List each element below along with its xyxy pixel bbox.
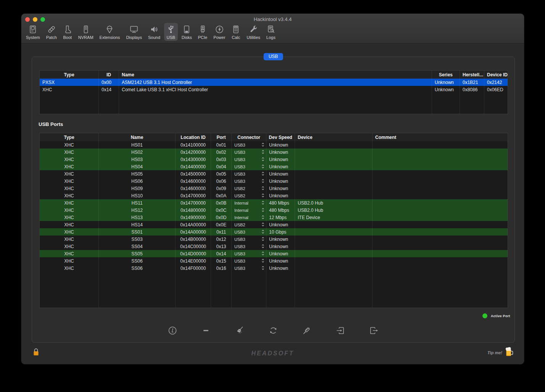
clean-button[interactable] — [232, 323, 247, 338]
cell-name: HS02 — [99, 148, 176, 156]
usb-port-row[interactable]: XHCHS110x147000000x0BInternal480 MbpsUSB… — [40, 199, 508, 206]
toolbar-item-nvram[interactable]: NVRAM — [76, 23, 96, 41]
usb-port-row[interactable]: XHCHS050x145000000x05USB3Unknown — [40, 170, 508, 177]
up-down-chevron-icon — [261, 171, 264, 176]
usb-icon — [166, 24, 176, 35]
export-button[interactable] — [366, 323, 382, 338]
inject-button[interactable] — [299, 323, 314, 338]
cell-comment — [372, 250, 508, 257]
up-down-chevron-icon — [261, 164, 264, 169]
cell-location-id: 0x14F00000 — [176, 265, 211, 272]
column-header-port[interactable]: Port — [211, 133, 232, 141]
usb-port-row[interactable]: XHCHS140x14A000000x0EUSB2Unknown — [40, 221, 508, 228]
cell-dev-speed: Unknown — [266, 221, 295, 228]
toolbar-item-system[interactable]: System — [24, 23, 42, 41]
usb-port-row[interactable]: XHCSS060x14F000000x16USB3Unknown — [40, 265, 508, 272]
remove-button[interactable] — [198, 323, 214, 338]
toolbar-item-extensions[interactable]: Extensions — [97, 23, 123, 41]
usb-ports-section-title: USB Ports — [39, 121, 63, 127]
connector-select[interactable]: USB3 — [234, 258, 264, 264]
toolbar-item-sound[interactable]: Sound — [146, 23, 163, 41]
column-header-name[interactable]: Name — [99, 133, 176, 141]
connector-select[interactable]: Internal — [234, 200, 264, 206]
controller-row[interactable]: PXSX0x00ASM2142 USB 3.1 Host ControllerU… — [40, 79, 508, 86]
column-header-type[interactable]: Type — [40, 71, 99, 79]
usb-port-row[interactable]: XHCHS130x149000000x0DInternal12 MbpsITE … — [40, 214, 508, 221]
column-header-connector[interactable]: Connector — [232, 133, 266, 141]
cell-device: ITE Device — [295, 214, 372, 221]
usb-port-row[interactable]: XHCHS060x146000000x06USB3Unknown — [40, 177, 508, 185]
connector-select[interactable]: USB3 — [234, 157, 264, 162]
controllers-table-header: Type ID Name Series Herstell... Device I… — [40, 71, 508, 79]
cell-location-id: 0x14200000 — [176, 148, 211, 156]
cell-name: SS03 — [99, 236, 176, 243]
connector-select[interactable]: USB3 — [234, 171, 264, 177]
toolbar-item-displays[interactable]: Displays — [124, 23, 144, 41]
connector-select[interactable]: USB2 — [234, 186, 264, 191]
column-header-comment[interactable]: Comment — [372, 133, 508, 141]
usb-port-row[interactable]: XHCSS030x14B000000x12USB3Unknown — [40, 236, 508, 243]
toolbar-item-usb[interactable]: USB — [164, 23, 178, 41]
toolbar-item-pcie[interactable]: PCIe — [196, 23, 210, 41]
usb-port-row[interactable]: XHCHS010x141000000x01USB3Unknown — [40, 141, 508, 148]
toolbar-item-disks[interactable]: Disks — [179, 23, 194, 41]
connector-select[interactable]: Internal — [234, 215, 264, 220]
usb-port-row[interactable]: XHCHS040x144000000x04USB3Unknown — [40, 163, 508, 170]
cell-port: 0x0B — [211, 199, 232, 206]
bandage-icon — [47, 24, 56, 35]
column-header-type[interactable]: Type — [40, 133, 99, 141]
tab-usb[interactable]: USB — [264, 53, 283, 60]
column-header-location-id[interactable]: Location ID — [176, 133, 211, 141]
column-header-id[interactable]: ID — [99, 71, 119, 79]
up-down-chevron-icon — [261, 222, 264, 227]
toolbar-item-utilities[interactable]: Utilities — [244, 23, 262, 41]
column-header-dev-speed[interactable]: Dev Speed — [266, 133, 295, 141]
connector-select[interactable]: USB3 — [234, 251, 264, 256]
connector-select[interactable]: USB3 — [234, 142, 264, 148]
connector-select[interactable]: USB3 — [234, 150, 264, 155]
connector-select[interactable]: USB2 — [234, 193, 264, 198]
import-button[interactable] — [333, 323, 348, 338]
cell-connector: USB3 — [232, 156, 266, 163]
column-header-name[interactable]: Name — [119, 71, 432, 79]
connector-select[interactable]: USB3 — [234, 244, 264, 249]
cell-device — [295, 243, 372, 250]
usb-port-row[interactable]: XHCHS120x148000000x0CInternal480 MbpsUSB… — [40, 206, 508, 214]
connector-select[interactable]: USB3 — [234, 164, 264, 169]
column-header-device[interactable]: Device — [295, 133, 372, 141]
cell-connector: USB3 — [232, 236, 266, 243]
import-icon — [335, 325, 346, 336]
usb-port-row[interactable]: XHCSS050x14D000000x14USB3Unknown — [40, 250, 508, 257]
usb-port-row[interactable]: XHCHS090x146000000x09USB2Unknown — [40, 185, 508, 192]
refresh-button[interactable] — [266, 323, 281, 338]
toolbar-item-patch[interactable]: Patch — [44, 23, 59, 41]
cell-dev-speed: Unknown — [266, 243, 295, 250]
usb-port-row[interactable]: XHCSS040x14C000000x13USB3Unknown — [40, 243, 508, 250]
usb-port-row[interactable]: XHCHS020x142000000x02USB3Unknown — [40, 148, 508, 156]
main-toolbar: System Patch Boot NVRAM Extensions Displ… — [24, 23, 278, 44]
usb-port-row[interactable]: XHCHS030x143000000x03USB3Unknown — [40, 156, 508, 163]
usb-port-row[interactable]: XHCSS060x14E000000x15USB3Unknown — [40, 257, 508, 265]
usb-port-row[interactable]: XHCHS100x147000000x0AUSB2Unknown — [40, 192, 508, 199]
cell-location-id: 0x14500000 — [176, 170, 211, 177]
connector-select[interactable]: USB3 — [234, 266, 264, 271]
cell-dev-speed: 480 Mbps — [266, 199, 295, 206]
connector-select[interactable]: USB3 — [234, 179, 264, 184]
controller-row[interactable]: XHC0x14Comet Lake USB 3.1 xHCI Host Cont… — [40, 86, 508, 93]
connector-select[interactable]: USB3 — [234, 229, 264, 235]
connector-select[interactable]: USB3 — [234, 237, 264, 242]
toolbar-item-calc[interactable]: Calc — [229, 23, 243, 41]
column-header-vendor[interactable]: Herstell... — [460, 71, 484, 79]
up-down-chevron-icon — [261, 215, 264, 219]
beer-mug-icon[interactable] — [505, 347, 514, 359]
connector-select[interactable]: USB2 — [234, 222, 264, 227]
toolbar-item-power[interactable]: Power — [211, 23, 227, 41]
toolbar-item-logs[interactable]: Logs — [264, 23, 278, 41]
toolbar-item-boot[interactable]: Boot — [61, 23, 74, 41]
column-header-series[interactable]: Series — [432, 71, 460, 79]
info-button[interactable] — [165, 323, 180, 338]
cell-id: 0x14 — [99, 86, 119, 93]
usb-port-row[interactable]: XHCSS010x14A000000x11USB310 Gbps — [40, 228, 508, 236]
column-header-device-id[interactable]: Device ID — [484, 71, 508, 79]
connector-select[interactable]: Internal — [234, 208, 264, 213]
